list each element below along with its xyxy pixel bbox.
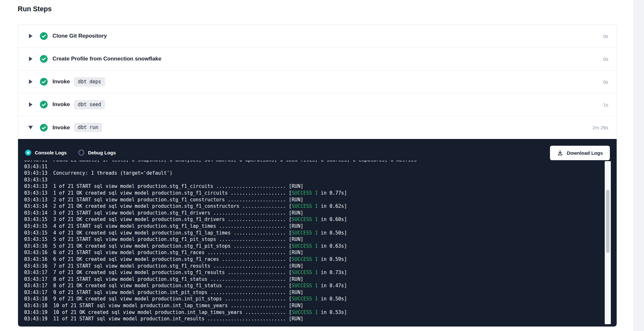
- step-duration: 0s: [603, 33, 608, 39]
- step-duration: 0s: [603, 56, 608, 62]
- log-timestamp: 03:43:16: [24, 243, 47, 249]
- log-message: 5 of 21 OK created sql view model produc…: [47, 243, 289, 249]
- log-status-run: [RUN]: [289, 316, 303, 322]
- log-timestamp: 03:43:15: [24, 223, 47, 229]
- log-line: 03:43:13: [24, 177, 581, 183]
- log-message: 5 of 21 START sql view model production.…: [47, 236, 289, 242]
- log-type-label: Debug Logs: [88, 150, 116, 155]
- log-message: 1 of 21 START sql view model production.…: [47, 183, 289, 189]
- log-timestamp: 03:43:13: [24, 183, 47, 189]
- log-line: 03:43:13 Concurrency: 1 threads (target=…: [24, 170, 581, 177]
- log-status-elapsed: in 0.77s]: [318, 190, 347, 196]
- log-line: 03:43:15 3 of 21 OK created sql view mod…: [24, 216, 581, 223]
- log-line: 03:43:13 1 of 21 OK created sql view mod…: [24, 190, 581, 197]
- log-message: 9 of 21 START sql view model production.…: [47, 290, 289, 295]
- radio-button-icon[interactable]: [25, 150, 31, 156]
- log-status-open-bracket: [: [289, 296, 292, 302]
- log-line: 03:43:19 11 of 21 START sql view model p…: [24, 316, 581, 322]
- log-status-open-bracket: [: [289, 190, 292, 196]
- log-status-run: [RUN]: [289, 223, 303, 229]
- step-label: Invoke: [52, 78, 70, 85]
- log-timestamp: 03:43:19: [24, 309, 47, 315]
- log-message: 1 of 21 OK created sql view model produc…: [47, 190, 289, 196]
- step-command-badge: dbt deps: [74, 77, 105, 87]
- log-timestamp: 03:43:17: [24, 290, 47, 295]
- log-status-run: [RUN]: [289, 197, 303, 203]
- run-step-row[interactable]: Clone Git Repository0s: [18, 25, 617, 48]
- run-step-row[interactable]: Invokedbt run2m 26s: [18, 116, 617, 139]
- log-status-run: [RUN]: [289, 183, 303, 189]
- step-label: Invoke: [52, 124, 70, 131]
- step-label: Invoke: [52, 101, 70, 108]
- radio-button-icon[interactable]: [78, 150, 84, 156]
- caret-triangle: [29, 79, 33, 84]
- log-message: 7 of 21 START sql view model production.…: [47, 263, 289, 269]
- chevron-right-icon[interactable]: [28, 57, 33, 61]
- log-message: Found 21 models, 17 tests, 0 snapshots, …: [47, 161, 417, 163]
- log-message: 3 of 21 OK created sql view model produc…: [47, 216, 289, 222]
- log-message: 10 of 21 START sql view model production…: [47, 303, 289, 308]
- log-status-success: SUCCESS 1: [292, 230, 318, 236]
- chevron-right-icon[interactable]: [28, 34, 33, 38]
- step-label: Clone Git Repository: [52, 33, 107, 39]
- chevron-right-icon[interactable]: [28, 79, 33, 84]
- run-step-row[interactable]: Invokedbt seed1s: [18, 93, 617, 116]
- log-message: 11 of 21 START sql view model production…: [47, 316, 289, 322]
- log-status-run: [RUN]: [289, 276, 303, 282]
- log-message: 10 of 21 OK created sql view model produ…: [47, 309, 289, 315]
- log-line: 03:43:18 10 of 21 START sql view model p…: [24, 302, 581, 309]
- log-status-elapsed: in 0.62s]: [318, 203, 347, 209]
- log-message: 6 of 21 OK created sql view model produc…: [47, 256, 289, 262]
- log-message: [47, 164, 53, 170]
- log-type-radio-unselected[interactable]: Debug Logs: [78, 150, 116, 156]
- caret-triangle: [29, 57, 33, 61]
- log-timestamp: 03:43:16: [24, 256, 47, 262]
- log-line: 03:43:16 5 of 21 OK created sql view mod…: [24, 243, 581, 250]
- log-status-success: SUCCESS 1: [292, 296, 318, 302]
- console-scrollbar-track[interactable]: [605, 161, 611, 324]
- run-steps-list: Clone Git Repository0sCreate Profile fro…: [18, 25, 617, 139]
- console-scrollbar-thumb[interactable]: [606, 190, 610, 253]
- log-message: 6 of 21 START sql view model production.…: [47, 250, 289, 255]
- download-logs-button[interactable]: Download Logs: [550, 146, 610, 160]
- log-status-elapsed: in 0.47s]: [318, 283, 347, 289]
- log-line: 03:43:13 1 of 21 START sql view model pr…: [24, 183, 581, 190]
- log-timestamp: 03:43:13: [24, 170, 47, 176]
- log-timestamp: 03:43:17: [24, 276, 47, 282]
- log-line: 03:43:14 3 of 21 START sql view model pr…: [24, 210, 581, 216]
- log-status-success: SUCCESS 1: [292, 283, 318, 289]
- log-status-run: [RUN]: [289, 210, 303, 216]
- run-step-row[interactable]: Create Profile from Connection snowflake…: [18, 48, 617, 70]
- run-step-row[interactable]: Invokedbt deps0s: [18, 70, 617, 93]
- step-command-badge: dbt seed: [74, 100, 105, 109]
- log-timestamp: 03:43:17: [24, 270, 47, 275]
- log-line: 03:43:17 8 of 21 START sql view model pr…: [24, 276, 581, 283]
- chevron-right-icon[interactable]: [28, 102, 33, 107]
- log-status-elapsed: in 0.50s]: [318, 230, 347, 236]
- log-timestamp: 03:43:11: [24, 164, 47, 170]
- log-status-run: [RUN]: [289, 290, 303, 295]
- chevron-down-icon[interactable]: [28, 126, 33, 129]
- log-type-label: Console Logs: [35, 150, 67, 155]
- log-line: 03:43:11: [24, 163, 581, 170]
- console-log-output: 03:43:11 Found 21 models, 17 tests, 0 sn…: [24, 161, 581, 324]
- log-status-success: SUCCESS 1: [292, 309, 318, 315]
- log-line: 03:43:16 6 of 21 START sql view model pr…: [24, 249, 581, 256]
- log-type-radio-selected[interactable]: Console Logs: [25, 150, 67, 156]
- log-timestamp: 03:43:15: [24, 230, 47, 236]
- log-timestamp: 03:43:13: [24, 190, 47, 196]
- log-status-success: SUCCESS 1: [292, 203, 318, 209]
- log-status-elapsed: in 0.63s]: [318, 243, 347, 249]
- log-status-success: SUCCESS 1: [292, 216, 318, 222]
- log-line: 03:43:14 2 of 21 OK created sql view mod…: [24, 203, 581, 210]
- download-icon: [557, 150, 563, 156]
- log-line: 03:43:13 2 of 21 START sql view model pr…: [24, 197, 581, 203]
- log-line: 03:43:16 7 of 21 START sql view model pr…: [24, 263, 581, 270]
- log-status-open-bracket: [: [289, 283, 292, 289]
- log-status-open-bracket: [: [289, 243, 292, 249]
- log-status-run: [RUN]: [289, 236, 303, 242]
- log-status-run: [RUN]: [289, 263, 303, 269]
- caret-triangle: [29, 102, 33, 107]
- log-message: Concurrency: 1 threads (target='default'…: [47, 170, 172, 176]
- log-status-open-bracket: [: [289, 230, 292, 236]
